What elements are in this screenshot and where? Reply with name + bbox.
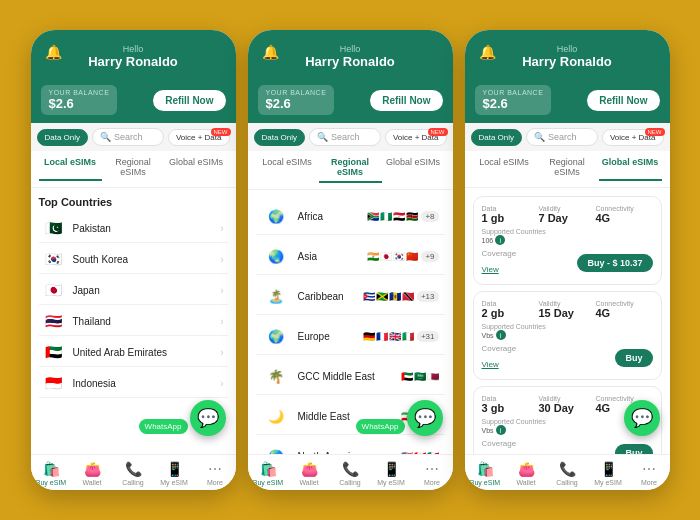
chevron-right-icon: ›	[220, 347, 223, 358]
buy-button[interactable]: Buy - $ 10.37	[577, 254, 652, 272]
tabs-row-2: Data Only 🔍 Search Voice + Data NEW	[248, 123, 453, 151]
voice-data-tab-1[interactable]: Voice + Data NEW	[168, 129, 230, 146]
nav-icon: 🛍️	[43, 461, 60, 477]
nav-item-calling[interactable]: 📞 Calling	[547, 461, 588, 486]
nav-label: More	[424, 479, 440, 486]
list-item[interactable]: 🇹🇭 Thailand ›	[39, 307, 228, 336]
flag-icon: 🇮🇳	[367, 251, 379, 262]
phone-2: 🔔 Hello Harry Ronaldo YOUR BALANCE $2.6 …	[248, 30, 453, 490]
search-bar-1[interactable]: 🔍 Search	[92, 128, 164, 146]
info-icon[interactable]: i	[496, 425, 506, 435]
chevron-right-icon: ›	[220, 378, 223, 389]
flag-icon: 🇿🇦	[367, 211, 379, 222]
refill-button-3[interactable]: Refill Now	[587, 90, 659, 111]
list-item[interactable]: 🇮🇩 Indonesia ›	[39, 369, 228, 398]
plan-bottom: Coverage View Buy	[482, 439, 653, 454]
buy-button[interactable]: Buy	[615, 444, 652, 455]
nav-item-my-esim[interactable]: 📱 My eSIM	[588, 461, 629, 486]
nav-item-calling[interactable]: 📞 Calling	[113, 461, 154, 486]
chevron-right-icon: ›	[220, 223, 223, 234]
balance-row-3: YOUR BALANCE $2.6 Refill Now	[465, 79, 670, 123]
refill-button-1[interactable]: Refill Now	[153, 90, 225, 111]
search-icon-1: 🔍	[100, 132, 111, 142]
nav-item-wallet[interactable]: 👛 Wallet	[72, 461, 113, 486]
list-item[interactable]: 🏝️ Caribbean 🇨🇺🇯🇲🇧🇧🇹🇹+13	[256, 278, 445, 315]
region-icon: 🏝️	[262, 285, 290, 307]
whatsapp-button-2[interactable]: 💬	[407, 400, 443, 436]
plan-card: Data 1 gb Validity 7 Day Connectivity 4G…	[473, 196, 662, 285]
region-count: +8	[421, 211, 438, 222]
info-icon[interactable]: i	[496, 330, 506, 340]
list-item[interactable]: 🌍 Europe 🇩🇪🇫🇷🇬🇧🇮🇹+31	[256, 318, 445, 355]
flag-icon: 🇦🇪	[401, 371, 413, 382]
nav-item-wallet[interactable]: 👛 Wallet	[289, 461, 330, 486]
whatsapp-button-1[interactable]: 💬	[190, 400, 226, 436]
voice-data-tab-2[interactable]: Voice + Data NEW	[385, 129, 447, 146]
esim-nav-3: Local eSIMs Regional eSIMs Global eSIMs	[465, 151, 670, 188]
country-flag: 🇰🇷	[43, 251, 65, 267]
global-esim-tab-2[interactable]: Global eSIMs	[382, 157, 445, 183]
info-icon[interactable]: i	[495, 235, 505, 245]
nav-item-more[interactable]: ⋯ More	[412, 461, 453, 486]
phone-3: 🔔 Hello Harry Ronaldo YOUR BALANCE $2.6 …	[465, 30, 670, 490]
list-item[interactable]: 🇰🇷 South Korea ›	[39, 245, 228, 274]
refill-button-2[interactable]: Refill Now	[370, 90, 442, 111]
region-name: Asia	[298, 251, 368, 262]
list-item[interactable]: 🇯🇵 Japan ›	[39, 276, 228, 305]
bottom-nav-1: 🛍️ Buy eSIM 👛 Wallet 📞 Calling 📱 My eSIM…	[31, 454, 236, 490]
bell-icon[interactable]: 🔔	[45, 44, 62, 60]
nav-icon: 📱	[600, 461, 617, 477]
data-only-tab-1[interactable]: Data Only	[37, 129, 89, 146]
list-item[interactable]: 🌎 North America 🇺🇸🇨🇦🇲🇽	[256, 438, 445, 454]
search-bar-2[interactable]: 🔍 Search	[309, 128, 381, 146]
nav-item-calling[interactable]: 📞 Calling	[330, 461, 371, 486]
coverage-link[interactable]: View	[482, 360, 499, 369]
regional-esim-tab-3[interactable]: Regional eSIMs	[536, 157, 599, 181]
bell-icon-3[interactable]: 🔔	[479, 44, 496, 60]
plan-connectivity-col: Connectivity 4G	[596, 205, 653, 224]
nav-item-my-esim[interactable]: 📱 My eSIM	[371, 461, 412, 486]
data-only-tab-3[interactable]: Data Only	[471, 129, 523, 146]
regional-esim-tab-2[interactable]: Regional eSIMs	[319, 157, 382, 183]
search-bar-3[interactable]: 🔍 Search	[526, 128, 598, 146]
nav-item-more[interactable]: ⋯ More	[629, 461, 670, 486]
region-icon: 🌍	[262, 205, 290, 227]
region-name: GCC Middle East	[298, 371, 401, 382]
plan-supported: Supported Countries Vbs i	[482, 323, 653, 340]
data-only-tab-2[interactable]: Data Only	[254, 129, 306, 146]
validity-value: 7 Day	[539, 212, 596, 224]
new-badge-2: NEW	[428, 128, 448, 136]
list-item[interactable]: 🇵🇰 Pakistan ›	[39, 214, 228, 243]
bell-icon-2[interactable]: 🔔	[262, 44, 279, 60]
whatsapp-button-3[interactable]: 💬	[624, 400, 660, 436]
whatsapp-label-2: WhatsApp	[356, 419, 405, 434]
nav-icon: 📱	[166, 461, 183, 477]
plan-metrics: Data 2 gb Validity 15 Day Connectivity 4…	[482, 300, 653, 319]
nav-item-buy-esim[interactable]: 🛍️ Buy eSIM	[465, 461, 506, 486]
nav-item-buy-esim[interactable]: 🛍️ Buy eSIM	[31, 461, 72, 486]
list-item[interactable]: 🇦🇪 United Arab Emirates ›	[39, 338, 228, 367]
local-esim-tab-3[interactable]: Local eSIMs	[473, 157, 536, 181]
list-item[interactable]: 🌍 Africa 🇿🇦🇳🇬🇪🇬🇰🇪+8	[256, 198, 445, 235]
nav-item-wallet[interactable]: 👛 Wallet	[506, 461, 547, 486]
voice-data-tab-3[interactable]: Voice + Data NEW	[602, 129, 664, 146]
chevron-right-icon: ›	[220, 316, 223, 327]
list-item[interactable]: 🌏 Asia 🇮🇳🇯🇵🇰🇷🇨🇳+9	[256, 238, 445, 275]
supported-count: Vbs	[482, 332, 494, 339]
coverage-link[interactable]: View	[482, 265, 499, 274]
nav-item-my-esim[interactable]: 📱 My eSIM	[154, 461, 195, 486]
local-esim-tab-1[interactable]: Local eSIMs	[39, 157, 102, 181]
buy-button[interactable]: Buy	[615, 349, 652, 367]
nav-item-more[interactable]: ⋯ More	[195, 461, 236, 486]
regional-esim-tab-1[interactable]: Regional eSIMs	[102, 157, 165, 181]
nav-item-buy-esim[interactable]: 🛍️ Buy eSIM	[248, 461, 289, 486]
flag-icon: 🇰🇷	[393, 251, 405, 262]
list-item[interactable]: 🌴 GCC Middle East 🇦🇪🇸🇦🇶🇦	[256, 358, 445, 395]
search-text-1: Search	[114, 132, 143, 142]
country-name: Pakistan	[73, 223, 221, 234]
section-title-1: Top Countries	[39, 196, 228, 208]
flag-icon: 🇧🇧	[389, 291, 401, 302]
global-esim-tab-3[interactable]: Global eSIMs	[599, 157, 662, 181]
local-esim-tab-2[interactable]: Local eSIMs	[256, 157, 319, 183]
global-esim-tab-1[interactable]: Global eSIMs	[165, 157, 228, 181]
